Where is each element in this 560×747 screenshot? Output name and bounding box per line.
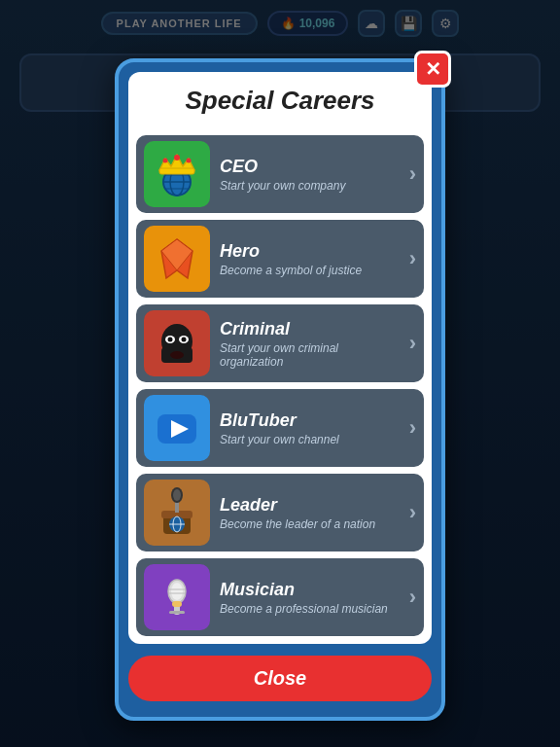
blutuber-text: BluTuber Start your own channel	[220, 410, 400, 446]
criminal-icon-wrap	[144, 310, 210, 376]
musician-arrow: ›	[409, 585, 416, 610]
close-x-button[interactable]: ✕	[414, 51, 451, 88]
hero-desc: Become a symbol of justice	[220, 264, 400, 277]
musician-name: Musician	[220, 580, 400, 600]
hero-name: Hero	[220, 241, 400, 262]
ceo-arrow: ›	[409, 161, 416, 187]
ceo-desc: Start your own company	[220, 179, 400, 193]
close-modal-button[interactable]: Close	[128, 656, 432, 701]
leader-icon-wrap	[144, 480, 210, 546]
leader-desc: Become the leader of a nation	[220, 517, 400, 531]
svg-rect-30	[169, 611, 185, 614]
modal-header: Special Careers ✕	[128, 72, 432, 127]
blutuber-icon-wrap	[144, 395, 210, 461]
ceo-name: CEO	[220, 157, 400, 177]
svg-point-25	[173, 489, 181, 501]
career-musician[interactable]: Musician Become a professional musician …	[136, 558, 424, 636]
blutuber-arrow: ›	[409, 415, 416, 441]
criminal-desc: Start your own criminal organization	[220, 341, 400, 369]
svg-point-16	[168, 338, 173, 342]
blutuber-desc: Start your own channel	[220, 433, 400, 446]
svg-point-9	[187, 159, 192, 163]
hero-text: Hero Become a symbol of justice	[220, 241, 400, 277]
career-hero[interactable]: Hero Become a symbol of justice ›	[136, 220, 424, 298]
leader-arrow: ›	[409, 500, 416, 525]
musician-text: Musician Become a professional musician	[220, 580, 400, 616]
careers-list: CEO Start your own company › Hero Become…	[128, 127, 432, 644]
modal-title: Special Careers	[185, 86, 374, 115]
svg-rect-6	[159, 168, 194, 174]
criminal-name: Criminal	[220, 319, 400, 339]
svg-point-17	[182, 338, 187, 342]
ceo-icon-wrap	[144, 141, 210, 207]
leader-text: Leader Become the leader of a nation	[220, 495, 400, 531]
special-careers-modal: Special Careers ✕	[115, 58, 445, 721]
criminal-arrow: ›	[409, 331, 416, 356]
career-criminal[interactable]: Criminal Start your own criminal organiz…	[136, 304, 424, 382]
svg-point-7	[174, 155, 180, 160]
musician-desc: Become a professional musician	[220, 602, 400, 616]
hero-icon-wrap	[144, 226, 210, 292]
hero-arrow: ›	[409, 246, 416, 271]
musician-icon-wrap	[144, 564, 210, 630]
blutuber-name: BluTuber	[220, 410, 400, 431]
ceo-text: CEO Start your own company	[220, 157, 400, 193]
career-blutuber[interactable]: BluTuber Start your own channel ›	[136, 389, 424, 467]
criminal-text: Criminal Start your own criminal organiz…	[220, 319, 400, 369]
svg-point-8	[163, 159, 168, 163]
career-ceo[interactable]: CEO Start your own company ›	[136, 135, 424, 213]
career-leader[interactable]: Leader Become the leader of a nation ›	[136, 474, 424, 551]
svg-point-18	[170, 351, 184, 359]
leader-name: Leader	[220, 495, 400, 516]
